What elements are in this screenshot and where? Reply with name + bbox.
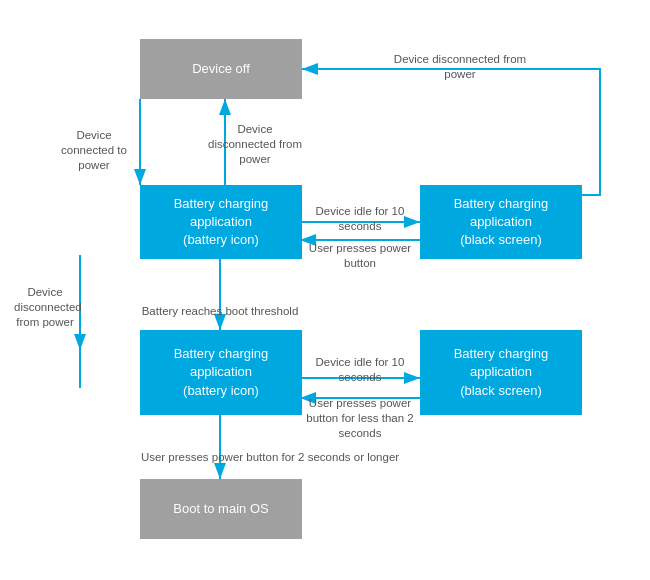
bca-black-top-box: Battery charging application (black scre… [420, 185, 582, 259]
boot-main-os-box: Boot to main OS [140, 479, 302, 539]
bca-battery-bottom-box: Battery charging application (battery ic… [140, 330, 302, 415]
bca-battery-top-label: Battery charging application (battery ic… [174, 195, 269, 250]
bca-black-top-label: Battery charging application (black scre… [454, 195, 549, 250]
label-power-button-bottom: User presses power button for less than … [302, 396, 418, 441]
bca-black-bottom-box: Battery charging application (black scre… [420, 330, 582, 415]
boot-main-os-label: Boot to main OS [173, 500, 268, 518]
bca-black-bottom-label: Battery charging application (black scre… [454, 345, 549, 400]
label-power-2sec: User presses power button for 2 seconds … [140, 450, 400, 465]
device-off-box: Device off [140, 39, 302, 99]
label-idle-10-bottom: Device idle for 10 seconds [302, 355, 418, 385]
bca-battery-bottom-label: Battery charging application (battery ic… [174, 345, 269, 400]
device-off-label: Device off [192, 60, 250, 78]
diagram: Device off Battery charging application … [0, 0, 650, 580]
label-disconnected-left: Device disconnected from power [14, 285, 76, 330]
label-connected-power: Device connected to power [50, 128, 138, 173]
label-idle-10-top: Device idle for 10 seconds [302, 204, 418, 234]
label-disconnected-right: Device disconnected from power [380, 52, 540, 82]
arrows-svg [0, 0, 650, 580]
label-disconnected-top: Device disconnected from power [205, 122, 305, 167]
label-boot-threshold: Battery reaches boot threshold [140, 304, 300, 319]
bca-battery-top-box: Battery charging application (battery ic… [140, 185, 302, 259]
label-power-button-top: User presses power button [302, 241, 418, 271]
